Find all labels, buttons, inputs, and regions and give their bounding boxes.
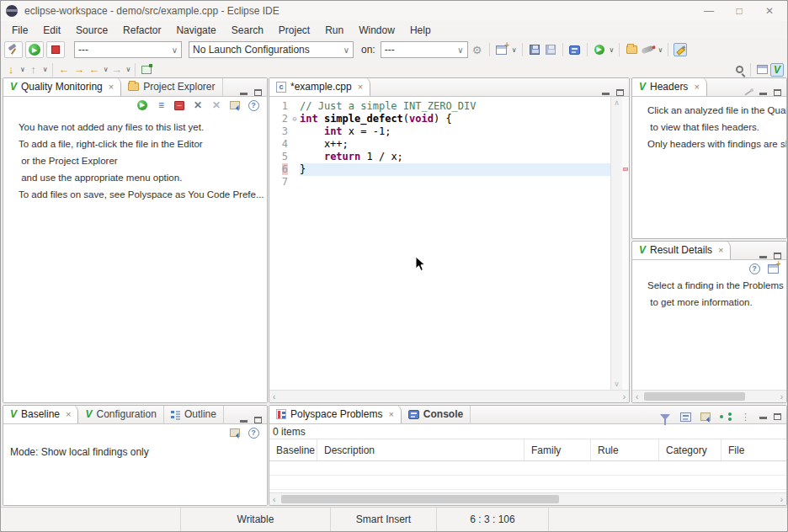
maximize-panel-button[interactable] [254,417,262,423]
new-wizard-menu-arrow[interactable]: ∨ [512,46,517,54]
filter-button[interactable] [658,410,672,423]
analyze-list-button[interactable]: ≡ [154,98,168,112]
launch-menu-arrow[interactable]: ∨ [658,46,663,54]
tab-polyspace-problems[interactable]: Polyspace Problems × [269,405,402,423]
launch-config-dropdown[interactable]: No Launch Configurations∨ [189,41,354,58]
maximize-panel-button[interactable] [774,89,781,96]
last-edit-location-button[interactable]: ← [57,63,71,77]
problems-horizontal-scrollbar[interactable]: ‹ › [269,492,786,505]
tab-configuration[interactable]: V Configuration [78,405,163,423]
code-line[interactable]: 5 return 1 / x; [269,151,610,163]
open-console-button[interactable] [568,43,582,56]
tab-console[interactable]: Console [402,405,471,423]
mark-occurrences-toggle[interactable] [674,43,687,56]
run-monitoring-button[interactable]: ▶ [136,98,149,112]
scroll-right-icon[interactable]: › [780,495,783,504]
code-line[interactable]: 7 [269,176,610,189]
minimize-panel-button[interactable] [602,93,610,95]
next-annotation-button[interactable]: ↓ [4,63,18,77]
clear-all-button[interactable]: ✕ [210,98,223,112]
column-header-description[interactable]: Description [317,439,524,460]
column-header-rule[interactable]: Rule [591,439,659,460]
monitoring-settings-button[interactable] [228,98,242,112]
close-icon[interactable]: × [66,409,71,419]
result-details-horizontal-scrollbar[interactable]: ‹ › [632,390,786,402]
scroll-up-icon[interactable]: ∧ [614,98,620,107]
close-icon[interactable]: × [694,82,699,92]
scroll-right-icon[interactable]: › [780,392,783,402]
group-by-button[interactable] [699,410,712,423]
code-line[interactable]: 4 x++; [269,138,610,151]
code-line[interactable]: 3 int x = -1; [269,125,610,138]
close-icon[interactable]: × [358,82,363,92]
previous-annotation-menu-arrow[interactable]: ∨ [43,66,48,73]
next-edit-location-button[interactable]: → [72,63,86,77]
table-row[interactable] [269,461,786,476]
link-with-editor-button[interactable] [719,410,732,423]
scroll-left-icon[interactable]: ‹ [273,392,275,402]
window-maximize-button[interactable]: □ [733,5,745,17]
open-in-new-window-button[interactable] [766,262,780,275]
close-icon[interactable]: × [718,245,723,255]
stop-button[interactable] [46,41,65,58]
menu-edit[interactable]: Edit [35,23,68,38]
previous-annotation-button[interactable]: ↑ [27,63,40,77]
editor-horizontal-scrollbar[interactable]: ‹ › [269,390,629,402]
forward-history-button[interactable]: → [110,63,124,77]
launch-run-button[interactable] [641,43,654,56]
code-line[interactable]: 2⊖int simple_defect(void) { [269,113,610,125]
scroll-down-icon[interactable]: ∨ [614,380,620,388]
maximize-panel-button[interactable] [774,253,781,259]
open-resource-button[interactable] [625,43,638,56]
scroll-left-icon[interactable]: ‹ [273,495,275,504]
new-wizard-button[interactable] [495,43,508,56]
minimize-panel-button[interactable] [759,256,767,258]
menu-window[interactable]: Window [351,23,402,38]
menu-run[interactable]: Run [317,23,351,38]
menu-file[interactable]: File [4,23,35,38]
table-row[interactable] [269,476,786,490]
remove-file-button[interactable]: – [173,98,186,112]
run-tool-menu-arrow[interactable]: ∨ [610,46,615,54]
tab-baseline[interactable]: V Baseline × [3,405,78,423]
pin-editor-button[interactable] [140,63,153,77]
menu-search[interactable]: Search [224,23,271,38]
code-line[interactable]: 1// Just a simple INT_ZERO_DIV [269,100,610,113]
menu-navigate[interactable]: Navigate [168,23,223,38]
run-last-tool-button[interactable]: ▶ [593,43,606,56]
column-header-category[interactable]: Category [659,439,721,460]
editor-vertical-scrollbar[interactable]: ∧ ∨ [610,97,622,390]
save-button[interactable] [528,43,541,56]
build-config-dropdown[interactable]: ---∨ [74,41,182,58]
back-history-menu-arrow[interactable]: ∨ [104,66,109,73]
build-button[interactable] [4,41,23,58]
minimize-panel-button[interactable] [759,417,767,419]
menu-project[interactable]: Project [271,23,317,38]
clear-button[interactable]: ✕ [191,98,205,112]
minimize-panel-button[interactable] [240,420,248,423]
tab-project-explorer[interactable]: Project Explorer [121,77,222,96]
overview-ruler[interactable] [622,97,629,390]
view-menu-button[interactable]: ⋮ [739,410,753,423]
code-editor[interactable]: 1// Just a simple INT_ZERO_DIV2⊖int simp… [269,97,610,390]
window-minimize-button[interactable]: — [703,5,715,17]
column-header-family[interactable]: Family [524,439,591,460]
tab-quality-monitoring[interactable]: V Quality Monitoring × [3,77,121,96]
menu-source[interactable]: Source [68,23,115,38]
menu-refactor[interactable]: Refactor [115,23,168,38]
close-icon[interactable]: × [388,409,393,419]
tab-result-details[interactable]: V Result Details × [632,241,731,259]
search-button[interactable] [732,63,746,77]
next-annotation-menu-arrow[interactable]: ∨ [20,66,25,73]
minimize-panel-button[interactable] [240,93,248,95]
back-history-button[interactable]: ← [88,63,101,77]
focus-on-active-task-button[interactable] [679,410,692,423]
help-button[interactable]: ? [247,98,260,112]
tab-outline[interactable]: Outline [164,405,224,423]
maximize-panel-button[interactable] [616,89,624,96]
window-close-button[interactable]: ✕ [764,5,775,17]
help-button[interactable]: ? [247,426,260,439]
menu-help[interactable]: Help [402,23,439,38]
run-analysis-button[interactable]: ▶ [25,41,44,58]
column-header-file[interactable]: File [721,439,786,460]
